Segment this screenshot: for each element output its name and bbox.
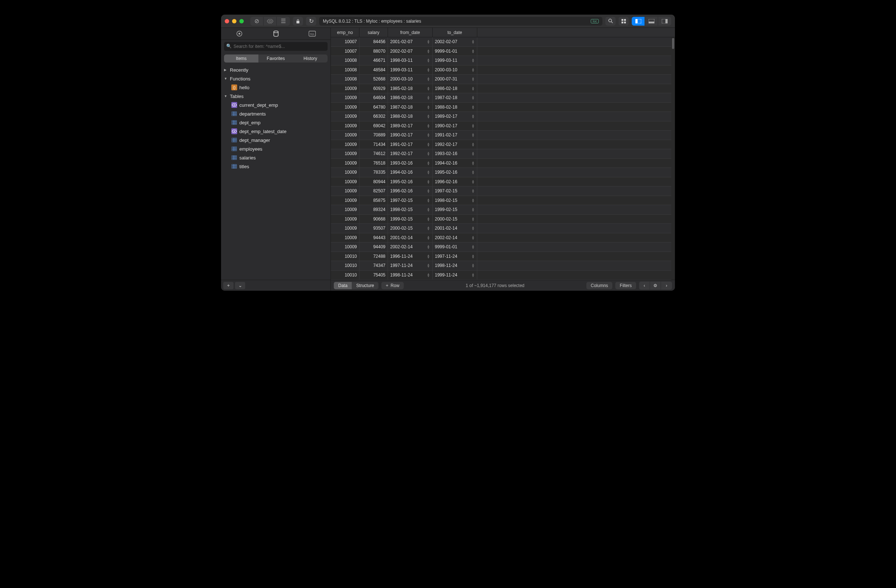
- cell-from-date[interactable]: 1999-02-15▲▼: [388, 215, 433, 224]
- add-button[interactable]: +: [223, 282, 233, 289]
- cell-emp-no[interactable]: 10009: [331, 242, 360, 252]
- cell-from-date[interactable]: 1997-02-15▲▼: [388, 196, 433, 205]
- cell-from-date[interactable]: 1992-02-17▲▼: [388, 149, 433, 158]
- cell-from-date[interactable]: 2001-02-14▲▼: [388, 233, 433, 242]
- cell-to-date[interactable]: 1998-11-24▲▼: [433, 261, 477, 270]
- cell-from-date[interactable]: 1991-02-17▲▼: [388, 140, 433, 149]
- cell-from-date[interactable]: 1997-11-24▲▼: [388, 261, 433, 270]
- date-stepper[interactable]: ▲▼: [427, 198, 430, 202]
- cell-emp-no[interactable]: 10007: [331, 37, 360, 46]
- cell-emp-no[interactable]: 10009: [331, 84, 360, 93]
- tree-recently[interactable]: ▶ Recently: [221, 65, 331, 74]
- cell-salary[interactable]: 82507: [360, 187, 388, 196]
- cell-to-date[interactable]: 1998-02-15▲▼: [433, 196, 477, 205]
- table-row[interactable]: 10009746121992-02-17▲▼1993-02-16▲▼: [331, 149, 671, 159]
- refresh-icon[interactable]: ↻: [306, 17, 316, 26]
- cell-emp-no[interactable]: 10010: [331, 270, 360, 280]
- cell-salary[interactable]: 74347: [360, 261, 388, 270]
- cell-emp-no[interactable]: 10009: [331, 177, 360, 187]
- date-stepper[interactable]: ▲▼: [427, 77, 430, 81]
- col-from-date[interactable]: from_date: [388, 28, 433, 37]
- eye-icon[interactable]: [264, 17, 277, 26]
- cell-from-date[interactable]: 1994-02-16▲▼: [388, 168, 433, 177]
- date-stepper[interactable]: ▲▼: [471, 124, 475, 128]
- cell-from-date[interactable]: 1998-03-11▲▼: [388, 56, 433, 65]
- gear-icon[interactable]: ⚙: [650, 281, 661, 290]
- tree-table-employees[interactable]: employees: [221, 144, 331, 153]
- tree-table-departments[interactable]: departments: [221, 109, 331, 118]
- scrollbar-thumb[interactable]: [672, 38, 674, 49]
- cell-salary[interactable]: 75405: [360, 270, 388, 280]
- table-row[interactable]: 10010724881996-11-24▲▼1997-11-24▲▼: [331, 252, 671, 261]
- cell-from-date[interactable]: 1985-02-18▲▼: [388, 84, 433, 93]
- cell-to-date[interactable]: 1990-02-17▲▼: [433, 122, 477, 131]
- cell-emp-no[interactable]: 10009: [331, 215, 360, 224]
- table-row[interactable]: 10009663021988-02-18▲▼1989-02-17▲▼: [331, 112, 671, 122]
- cell-salary[interactable]: 46671: [360, 56, 388, 65]
- vertical-scrollbar[interactable]: [671, 37, 675, 280]
- date-stepper[interactable]: ▲▼: [471, 86, 475, 91]
- date-stepper[interactable]: ▲▼: [427, 105, 430, 109]
- table-row[interactable]: 10007880702002-02-07▲▼9999-01-01▲▼: [331, 47, 671, 56]
- tree-table-titles[interactable]: titles: [221, 162, 331, 171]
- table-row[interactable]: 10008526682000-03-10▲▼2000-07-31▲▼: [331, 74, 671, 84]
- date-stepper[interactable]: ▲▼: [427, 179, 430, 184]
- table-row[interactable]: 10009906681999-02-15▲▼2000-02-15▲▼: [331, 215, 671, 224]
- tree-table-dept_emp_latest_date[interactable]: dept_emp_latest_date: [221, 127, 331, 136]
- table-row[interactable]: 10010754051998-11-24▲▼1999-11-24▲▼: [331, 270, 671, 280]
- cell-to-date[interactable]: 9999-01-01▲▼: [433, 47, 477, 56]
- date-stepper[interactable]: ▲▼: [471, 77, 475, 81]
- minimize-window-button[interactable]: [232, 19, 236, 23]
- cell-emp-no[interactable]: 10009: [331, 93, 360, 102]
- cell-from-date[interactable]: 1998-02-15▲▼: [388, 205, 433, 214]
- table-row[interactable]: 10009893241998-02-15▲▼1999-02-15▲▼: [331, 205, 671, 215]
- date-stepper[interactable]: ▲▼: [427, 263, 430, 268]
- date-stepper[interactable]: ▲▼: [471, 226, 475, 230]
- search-icon[interactable]: [605, 17, 616, 26]
- filters-button[interactable]: Filters: [615, 282, 636, 289]
- table-row[interactable]: 10009858751997-02-15▲▼1998-02-15▲▼: [331, 196, 671, 205]
- panel-left-icon[interactable]: [632, 17, 645, 26]
- date-stepper[interactable]: ▲▼: [471, 245, 475, 249]
- cell-to-date[interactable]: 1999-02-15▲▼: [433, 205, 477, 214]
- breadcrumb[interactable]: MySQL 8.0.12 : TLS : Myloc : employees :…: [319, 17, 602, 26]
- date-stepper[interactable]: ▲▼: [471, 263, 475, 268]
- seg-items[interactable]: Items: [224, 55, 258, 62]
- cell-to-date[interactable]: 1988-02-18▲▼: [433, 103, 477, 112]
- cell-salary[interactable]: 66302: [360, 112, 388, 121]
- panel-right-icon[interactable]: [658, 17, 671, 26]
- tree-table-dept_manager[interactable]: dept_manager: [221, 136, 331, 144]
- cell-salary[interactable]: 76518: [360, 159, 388, 168]
- cell-to-date[interactable]: 2002-02-14▲▼: [433, 233, 477, 242]
- zoom-window-button[interactable]: [239, 19, 244, 23]
- sidebar-tab-database[interactable]: [258, 28, 294, 40]
- cell-salary[interactable]: 48584: [360, 65, 388, 74]
- table-row[interactable]: 10009714341991-02-17▲▼1992-02-17▲▼: [331, 140, 671, 150]
- date-stepper[interactable]: ▲▼: [427, 273, 430, 277]
- date-stepper[interactable]: ▲▼: [471, 151, 475, 156]
- grid-icon[interactable]: [619, 17, 629, 26]
- cell-salary[interactable]: 89324: [360, 205, 388, 214]
- date-stepper[interactable]: ▲▼: [471, 114, 475, 119]
- date-stepper[interactable]: ▲▼: [427, 86, 430, 91]
- cell-salary[interactable]: 90668: [360, 215, 388, 224]
- list-icon[interactable]: ☰: [277, 17, 290, 26]
- tree-tables[interactable]: ▼ Tables: [221, 92, 331, 100]
- date-stepper[interactable]: ▲▼: [471, 207, 475, 212]
- date-stepper[interactable]: ▲▼: [471, 105, 475, 109]
- cell-emp-no[interactable]: 10009: [331, 122, 360, 131]
- sidebar-tab-sql[interactable]: SQL: [294, 28, 331, 40]
- stop-icon[interactable]: ⊘: [250, 17, 264, 26]
- table-row[interactable]: 10009809441995-02-16▲▼1996-02-16▲▼: [331, 177, 671, 187]
- table-row[interactable]: 10009765181993-02-16▲▼1994-02-16▲▼: [331, 159, 671, 168]
- cell-to-date[interactable]: 1986-02-18▲▼: [433, 84, 477, 93]
- columns-button[interactable]: Columns: [587, 282, 613, 289]
- panel-bottom-icon[interactable]: [645, 17, 658, 26]
- cell-to-date[interactable]: 1991-02-17▲▼: [433, 131, 477, 140]
- table-row[interactable]: 10009708891990-02-17▲▼1991-02-17▲▼: [331, 131, 671, 140]
- cell-salary[interactable]: 71434: [360, 140, 388, 149]
- cell-from-date[interactable]: 1996-02-16▲▼: [388, 187, 433, 196]
- sidebar-search-input[interactable]: [224, 42, 328, 51]
- table-row[interactable]: 10007844562001-02-07▲▼2002-02-07▲▼: [331, 37, 671, 47]
- cell-from-date[interactable]: 1987-02-18▲▼: [388, 103, 433, 112]
